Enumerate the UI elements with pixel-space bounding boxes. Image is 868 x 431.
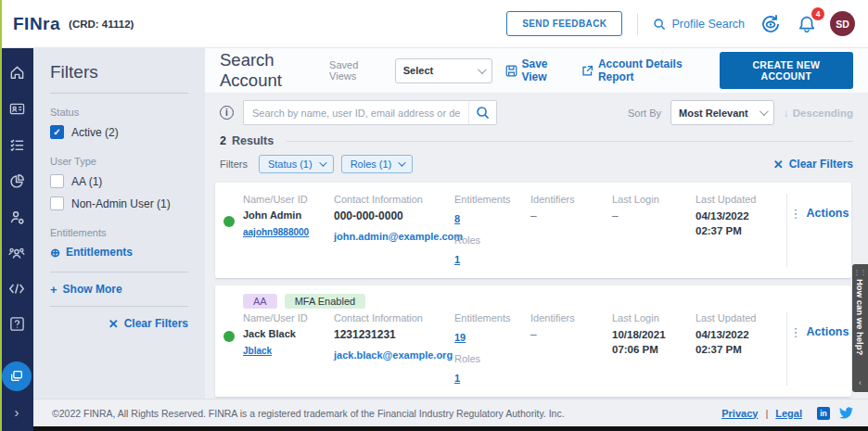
column-header-last-updated: Last Updated <box>696 194 779 205</box>
send-feedback-button[interactable]: SEND FEEDBACK <box>506 11 622 36</box>
user-id-link[interactable]: Jblack <box>243 346 272 356</box>
search-toolbar: i Sort By Most Relevant ↓ Descending <box>205 93 868 131</box>
account-name: John Admin <box>243 209 326 221</box>
circled-plus-icon: ⊕ <box>50 247 60 259</box>
linkedin-icon[interactable]: in <box>817 407 830 420</box>
filter-checkbox-non-admin[interactable]: Non-Admin User (1) <box>50 196 188 210</box>
mfa-enabled-badge: MFA Enabled <box>285 294 365 309</box>
last-login-time: 07:06 PM <box>612 343 688 358</box>
close-icon: ✕ <box>773 158 784 171</box>
roles-count-link[interactable]: 1 <box>454 254 460 265</box>
search-submit-button[interactable] <box>468 101 496 124</box>
finra-logo: FINra <box>13 14 60 34</box>
last-login-value: – <box>612 209 688 222</box>
email-link[interactable]: john.admin@example.com <box>334 231 447 242</box>
row-actions[interactable]: ⋮ Actions <box>786 194 851 267</box>
expand-chevron-icon[interactable]: › <box>15 404 19 420</box>
filters-panel-title: Filters <box>50 62 188 82</box>
chevron-down-icon <box>477 65 486 74</box>
filter-checkbox-aa[interactable]: AA (1) <box>50 174 188 188</box>
profile-search-link[interactable]: Profile Search <box>653 18 745 31</box>
column-header-name: Name/User ID <box>243 312 326 323</box>
account-details-report-link[interactable]: Account Details Report <box>581 57 707 83</box>
screen-edge-line <box>0 0 2 431</box>
checkbox-unchecked-icon <box>50 174 64 188</box>
help-tab-label: How can we help? <box>855 279 865 376</box>
page-header: Search Account Saved Views Select Save V… <box>205 48 868 93</box>
left-nav-rail: › <box>0 48 33 431</box>
legal-link[interactable]: Legal <box>775 408 802 419</box>
user-id-link[interactable]: aajohn9888000 <box>243 227 309 237</box>
active-nav-windows-icon[interactable] <box>2 361 32 391</box>
last-updated-time: 02:37 PM <box>696 343 779 358</box>
divider <box>50 306 188 307</box>
search-icon <box>653 18 666 31</box>
badges-row: AA MFA Enabled <box>215 285 851 309</box>
create-new-account-button[interactable]: CREATE NEW ACCOUNT <box>720 52 853 89</box>
divider <box>50 93 188 94</box>
filter-checkbox-active[interactable]: ✓ Active (2) <box>50 125 188 139</box>
top-bar: FINra (CRD: 41112) SEND FEEDBACK Profile… <box>0 0 868 48</box>
identifiers-value: – <box>530 209 605 222</box>
divider <box>287 141 853 142</box>
privacy-link[interactable]: Privacy <box>721 408 758 419</box>
chevron-left-icon: ‹ <box>859 378 862 387</box>
code-icon[interactable] <box>8 282 25 296</box>
entitlements-add-link[interactable]: ⊕ Entitlements <box>50 246 188 259</box>
notifications-bell-icon[interactable]: 4 <box>797 14 817 34</box>
help-icon[interactable] <box>9 316 25 332</box>
results-count-word: Results <box>232 134 274 147</box>
roles-count-link[interactable]: 1 <box>454 373 460 384</box>
home-icon[interactable] <box>9 65 25 81</box>
footer: ©2022 FINRA, All Rights Reserved. FINRA … <box>33 399 868 426</box>
arrow-down-icon: ↓ <box>784 108 789 119</box>
entitlements-count-link[interactable]: 19 <box>454 332 466 343</box>
results-meta: 2 Results <box>205 131 868 147</box>
grip-dots-icon: ⋮⋮ <box>854 269 867 276</box>
pie-chart-icon[interactable] <box>9 173 25 189</box>
account-search-input[interactable] <box>244 101 468 124</box>
column-header-roles: Roles <box>454 353 523 364</box>
filter-chip-roles[interactable]: Roles (1) <box>341 155 414 173</box>
save-icon <box>505 65 517 77</box>
sort-by-label: Sort By <box>628 108 661 119</box>
entitlements-section-label: Entitlements <box>50 227 188 238</box>
copyright-text: ©2022 FINRA, All Rights Reserved. FINRA … <box>52 408 565 419</box>
phone-number: 000-000-0000 <box>334 209 447 222</box>
sort-by-select[interactable]: Most Relevant <box>670 100 774 125</box>
last-login-date: 10/18/2021 <box>612 328 688 343</box>
main-content: Search Account Saved Views Select Save V… <box>205 48 868 399</box>
checklist-icon[interactable] <box>9 137 25 153</box>
team-icon[interactable] <box>8 246 25 261</box>
user-type-section-label: User Type <box>50 156 188 167</box>
panel-clear-filters-link[interactable]: ✕ Clear Filters <box>50 317 188 330</box>
divider: | <box>765 408 768 419</box>
descending-toggle[interactable]: ↓ Descending <box>784 108 853 119</box>
column-header-name: Name/User ID <box>243 194 326 205</box>
column-header-contact: Contact Information <box>334 194 447 205</box>
recently-viewed-icon[interactable] <box>760 13 782 35</box>
entitlements-count-link[interactable]: 8 <box>454 213 460 224</box>
account-row-jack-black: AA MFA Enabled Name/User ID Jack Black J… <box>215 285 851 397</box>
twitter-icon[interactable] <box>839 406 853 420</box>
filter-chip-status[interactable]: Status (1) <box>259 155 334 173</box>
column-header-last-login: Last Login <box>612 194 688 205</box>
chevron-down-icon <box>760 107 769 116</box>
notification-count-badge: 4 <box>811 7 824 20</box>
results-clear-filters-link[interactable]: ✕ Clear Filters <box>773 158 853 171</box>
user-avatar[interactable]: SD <box>830 11 855 36</box>
help-tab[interactable]: ⋮⋮ How can we help? ‹ <box>852 264 868 392</box>
kebab-menu-icon: ⋮ <box>790 325 802 340</box>
save-view-link[interactable]: Save View <box>505 57 568 83</box>
column-header-last-login: Last Login <box>612 312 688 323</box>
show-more-link[interactable]: + Show More <box>50 283 188 296</box>
results-count: 2 <box>220 134 226 147</box>
row-actions[interactable]: ⋮ Actions <box>786 312 851 386</box>
user-settings-icon[interactable] <box>9 209 25 225</box>
info-icon[interactable]: i <box>220 106 234 120</box>
column-header-entitlements: Entitlements <box>454 194 523 205</box>
email-link[interactable]: jack.black@example.org <box>334 349 447 361</box>
contact-card-icon[interactable] <box>9 101 25 117</box>
saved-views-select[interactable]: Select <box>395 58 492 83</box>
identifiers-value: – <box>530 328 605 341</box>
